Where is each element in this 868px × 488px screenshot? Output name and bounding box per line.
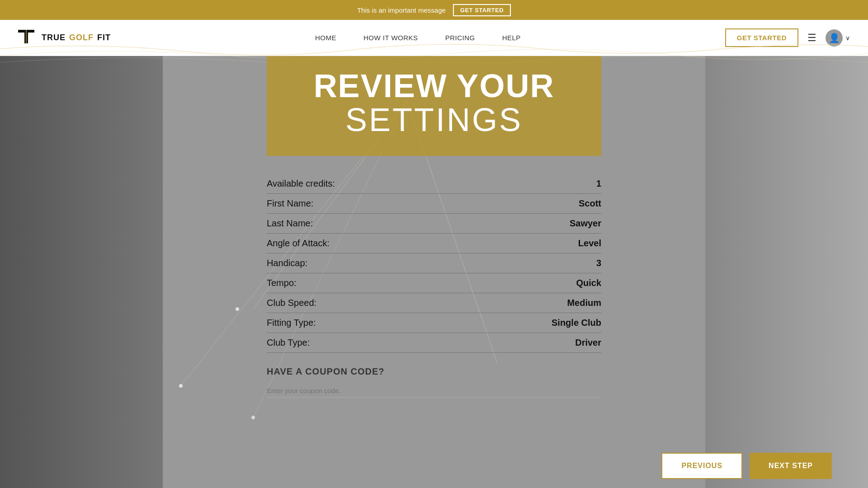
logo-icon	[18, 30, 34, 46]
angle-of-attack-label: Angle of Attack:	[267, 238, 330, 249]
hamburger-icon[interactable]: ☰	[807, 32, 816, 44]
fitting-type-label: Fitting Type:	[267, 318, 316, 328]
hero-box: REVIEW YOUR SETTINGS	[267, 56, 601, 156]
nav-link-how-it-works[interactable]: HOW IT WORKS	[363, 34, 418, 42]
tempo-value: Quick	[576, 278, 601, 288]
announcement-cta-button[interactable]: GET STARTED	[453, 4, 511, 16]
first-name-value: Scott	[579, 198, 601, 209]
club-type-value: Driver	[575, 338, 601, 348]
settings-row-last-name: Last Name: Sawyer	[267, 214, 601, 234]
settings-row-fitting-type: Fitting Type: Single Club	[267, 313, 601, 333]
credits-value: 1	[596, 178, 601, 189]
logo-text-golf: GOLF	[69, 33, 94, 42]
nav-link-help[interactable]: HELP	[502, 34, 521, 42]
settings-row-handicap: Handicap: 3	[267, 253, 601, 273]
main-content: REVIEW YOUR SETTINGS Available credits: …	[0, 56, 868, 398]
coupon-title: HAVE A COUPON CODE?	[267, 366, 601, 377]
nav-link-home[interactable]: HOME	[315, 34, 336, 42]
club-type-label: Club Type:	[267, 338, 310, 348]
last-name-label: Last Name:	[267, 218, 313, 229]
avatar-chevron-icon: ∨	[845, 34, 850, 42]
credits-label: Available credits:	[267, 178, 335, 189]
announcement-message: This is an important message	[357, 6, 446, 14]
fitting-type-value: Single Club	[552, 318, 601, 328]
settings-row-club-type: Club Type: Driver	[267, 333, 601, 353]
navigation: TRUEGOLFFIT HOME HOW IT WORKS PRICING HE…	[0, 20, 868, 56]
user-avatar-wrap[interactable]: 👤 ∨	[826, 29, 850, 47]
settings-row-angle-of-attack: Angle of Attack: Level	[267, 234, 601, 253]
nav-get-started-button[interactable]: GET STARTED	[725, 28, 798, 47]
previous-button[interactable]: PREVIOUS	[661, 453, 742, 479]
hero-line2: SETTINGS	[294, 102, 574, 138]
nav-right: GET STARTED ☰ 👤 ∨	[725, 28, 850, 47]
first-name-label: First Name:	[267, 198, 313, 209]
settings-row-first-name: First Name: Scott	[267, 194, 601, 214]
tempo-label: Tempo:	[267, 278, 297, 288]
nav-link-pricing[interactable]: PRICING	[445, 34, 475, 42]
club-speed-label: Club Speed:	[267, 298, 316, 308]
settings-table: Available credits: 1 First Name: Scott L…	[267, 174, 601, 353]
next-step-button[interactable]: NEXT STEP	[750, 453, 832, 479]
settings-row-credits: Available credits: 1	[267, 174, 601, 194]
coupon-section: HAVE A COUPON CODE?	[267, 366, 601, 398]
settings-row-tempo: Tempo: Quick	[267, 273, 601, 293]
nav-links: HOME HOW IT WORKS PRICING HELP	[111, 34, 725, 42]
last-name-value: Sawyer	[570, 218, 601, 229]
coupon-input[interactable]	[267, 384, 601, 398]
angle-of-attack-value: Level	[578, 238, 601, 249]
handicap-value: 3	[596, 258, 601, 268]
announcement-bar: This is an important message GET STARTED	[0, 0, 868, 20]
handicap-label: Handicap:	[267, 258, 307, 268]
logo-text-fit: FIT	[97, 33, 111, 42]
settings-row-club-speed: Club Speed: Medium	[267, 293, 601, 313]
hero-line1: REVIEW YOUR	[294, 70, 574, 102]
user-avatar: 👤	[826, 29, 843, 47]
logo[interactable]: TRUEGOLFFIT	[18, 30, 111, 46]
logo-text-true: TRUE	[42, 33, 66, 42]
bottom-buttons: PREVIOUS NEXT STEP	[661, 453, 832, 479]
club-speed-value: Medium	[567, 298, 601, 308]
